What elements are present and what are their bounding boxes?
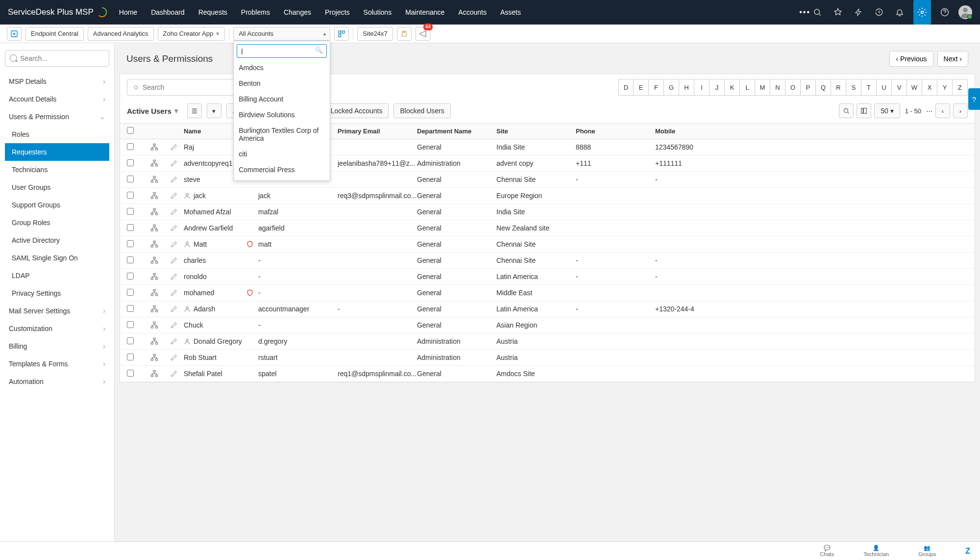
sidebar-item-privacy-settings[interactable]: Privacy Settings [5,284,109,302]
chats-button[interactable]: 💬Chats [820,545,834,557]
alpha-S[interactable]: S [846,79,861,96]
org-icon[interactable] [145,305,164,313]
alpha-E[interactable]: E [634,79,649,96]
page-size-dropdown[interactable]: 50 ▾ [874,103,900,118]
alpha-I[interactable]: I [694,79,710,96]
gear-icon[interactable] [913,0,931,25]
locked-accounts-button[interactable]: Locked Accounts [324,103,389,118]
alpha-T[interactable]: T [861,79,877,96]
sidebar-section[interactable]: MSP Details› [5,73,109,90]
sidebar-section[interactable]: Users & Permission⌄ [5,108,109,126]
more-icon[interactable]: ••• [799,8,810,17]
sidebar-section[interactable]: Mail Server Settings› [5,302,109,320]
row-checkbox[interactable] [127,208,134,215]
table-row[interactable]: Mohamed AfzalmafzalGeneralIndia Site [120,204,975,220]
row-checkbox[interactable] [127,159,134,166]
alpha-V[interactable]: V [892,79,907,96]
table-row[interactable]: MattmattGeneralChennai Site [120,236,975,253]
sidebar-item-active-directory[interactable]: Active Directory [5,231,109,249]
help-tab[interactable]: ? [968,88,980,110]
edit-icon[interactable] [164,225,184,231]
sidebar-section[interactable]: Customization› [5,320,109,337]
alpha-K[interactable]: K [725,79,740,96]
edit-icon[interactable] [164,257,184,264]
sidebar-item-support-groups[interactable]: Support Groups [5,196,109,214]
org-icon[interactable] [145,240,164,248]
zoho-creator-dropdown[interactable]: Zoho Creator App ▾ [158,27,225,41]
search-button[interactable] [839,103,854,118]
nav-maintenance[interactable]: Maintenance [405,8,444,16]
next-button[interactable]: Next › [937,51,968,67]
edit-icon[interactable] [164,338,184,345]
table-row[interactable]: Chuck-GeneralAsian Region [120,317,975,333]
alpha-M[interactable]: M [755,79,770,96]
table-row[interactable]: Donald Gregoryd.gregoryAdministrationAus… [120,333,975,350]
col-mobile[interactable]: Mobile [655,127,968,135]
more-icon[interactable]: ⋯ [926,107,932,115]
table-row[interactable]: Adarshaccountmanager-GeneralLatin Americ… [120,301,975,317]
nav-changes[interactable]: Changes [284,8,311,16]
columns-button[interactable] [857,103,871,118]
nav-requests[interactable]: Requests [198,8,227,16]
account-option[interactable]: Burlington Textiles Corp of America [237,123,327,146]
nav-solutions[interactable]: Solutions [364,8,392,16]
bolt-icon[interactable] [852,5,865,19]
org-icon[interactable] [145,256,164,264]
org-icon[interactable] [145,176,164,183]
table-search-input[interactable] [143,83,228,91]
account-option[interactable]: Commercial Press [237,162,327,178]
row-checkbox[interactable] [127,337,134,344]
history-icon[interactable] [872,5,886,19]
col-phone[interactable]: Phone [576,127,655,135]
edit-icon[interactable] [164,144,184,151]
table-row[interactable]: Rob StuartrstuartAdministrationAustria [120,350,975,366]
alpha-H[interactable]: H [679,79,694,96]
table-row[interactable]: Shefali Patelspatelreq1@sdpmsplinmail.co… [120,366,975,382]
org-icon[interactable] [145,289,164,297]
sidebar-item-requesters[interactable]: Requesters [5,143,109,161]
row-checkbox[interactable] [127,321,134,328]
nav-home[interactable]: Home [119,8,137,16]
sidebar-item-ldap[interactable]: LDAP [5,267,109,284]
row-checkbox[interactable] [127,273,134,280]
edit-icon[interactable] [164,289,184,296]
nav-accounts[interactable]: Accounts [458,8,487,16]
search-icon[interactable] [810,5,824,19]
org-icon[interactable] [145,354,164,361]
org-icon[interactable] [145,143,164,151]
announce-icon[interactable]: 44 [416,27,430,41]
edit-icon[interactable] [164,322,184,329]
avatar[interactable] [958,5,972,19]
nav-problems[interactable]: Problems [241,8,270,16]
row-checkbox[interactable] [127,289,134,296]
org-icon[interactable] [145,273,164,280]
row-checkbox[interactable] [127,370,134,377]
previous-button[interactable]: ‹ Previous [889,51,933,67]
edit-icon[interactable] [164,241,184,248]
alpha-W[interactable]: W [907,79,922,96]
col-dept[interactable]: Department Name [417,127,496,135]
row-checkbox[interactable] [127,192,134,199]
edit-icon[interactable] [164,305,184,312]
clipboard-icon[interactable] [397,27,412,41]
sidebar-section[interactable]: Templates & Forms› [5,355,109,373]
alpha-O[interactable]: O [785,79,801,96]
sidebar-item-group-roles[interactable]: Group Roles [5,214,109,231]
org-icon[interactable] [145,321,164,329]
groups-button[interactable]: 👥Groups [918,545,936,557]
edit-icon[interactable] [164,273,184,280]
endpoint-central-link[interactable]: Endpoint Central [25,27,84,41]
sidebar-item-technicians[interactable]: Technicians [5,161,109,178]
active-users-dropdown[interactable]: Active Users ▾ [127,106,178,115]
alpha-N[interactable]: N [770,79,785,96]
list-view-icon[interactable]: ☰ [187,103,202,118]
row-checkbox[interactable] [127,354,134,360]
edit-icon[interactable] [164,176,184,183]
site24x7-link[interactable]: Site24x7 [357,27,393,41]
sidebar-item-roles[interactable]: Roles [5,126,109,143]
blocked-users-button[interactable]: Blocked Users [393,103,450,118]
col-site[interactable]: Site [496,127,576,135]
alpha-U[interactable]: U [877,79,892,96]
sidebar-section[interactable]: Billing› [5,337,109,355]
alpha-D[interactable]: D [618,79,634,96]
